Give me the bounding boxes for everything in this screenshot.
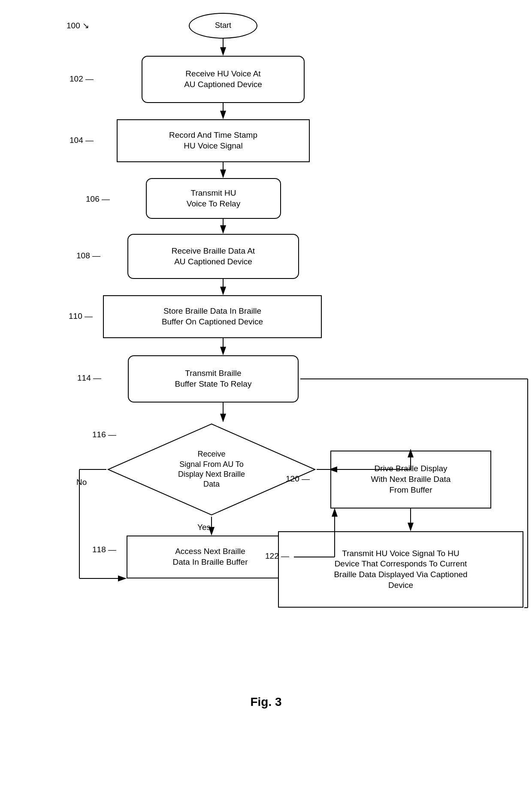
start-node: Start	[189, 13, 257, 39]
flowchart-diagram: Start Receive HU Voice AtAU Captioned De…	[0, 0, 532, 687]
label-120: 120 —	[286, 474, 310, 484]
label-102: 102 —	[70, 74, 94, 84]
label-104: 104 —	[70, 136, 94, 145]
label-114: 114 —	[77, 373, 101, 383]
node-106: Transmit HUVoice To Relay	[146, 178, 281, 219]
label-108: 108 —	[76, 251, 100, 260]
label-122: 122 —	[265, 551, 289, 561]
node-116: ReceiveSignal From AU ToDisplay Next Bra…	[106, 422, 317, 517]
label-yes: Yes	[197, 523, 211, 532]
node-108: Receive Braille Data AtAU Captioned Devi…	[127, 234, 299, 279]
label-no: No	[76, 478, 87, 487]
label-116: 116 —	[92, 430, 116, 439]
node-114: Transmit BrailleBuffer State To Relay	[128, 355, 299, 403]
node-104: Record And Time StampHU Voice Signal	[117, 119, 310, 162]
node-110: Store Braille Data In BrailleBuffer On C…	[103, 295, 322, 338]
node-120: Drive Braille DisplayWith Next Braille D…	[330, 451, 491, 509]
label-110: 110 —	[69, 312, 93, 321]
label-118: 118 —	[92, 545, 116, 554]
label-106: 106 —	[86, 194, 110, 204]
node-102: Receive HU Voice AtAU Captioned Device	[142, 56, 305, 103]
label-100: 100 ↘	[66, 21, 89, 30]
figure-label: Fig. 3	[0, 695, 532, 722]
node-122: Transmit HU Voice Signal To HUDevice Tha…	[278, 531, 523, 608]
